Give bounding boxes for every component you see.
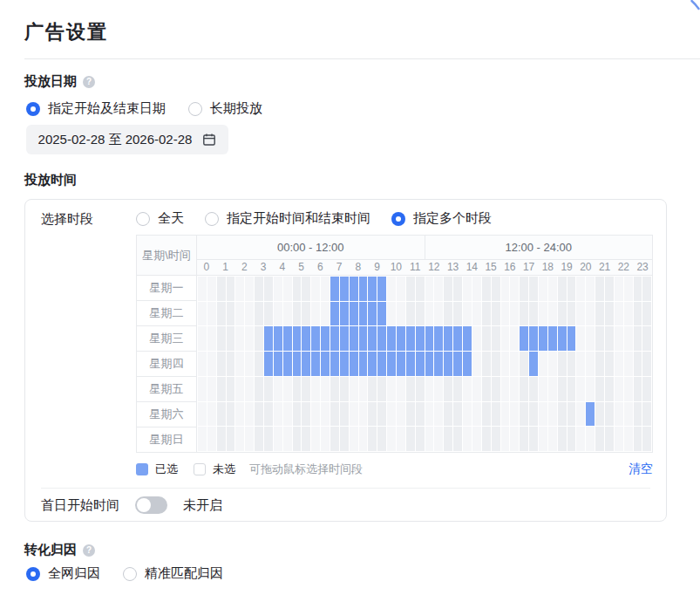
time-slot-selected[interactable] — [558, 326, 567, 351]
time-slot[interactable] — [255, 427, 263, 451]
time-slot[interactable] — [501, 302, 510, 326]
time-slot[interactable] — [245, 377, 254, 401]
time-slot[interactable] — [510, 326, 519, 351]
time-slot[interactable] — [198, 352, 207, 376]
time-slot[interactable] — [359, 402, 368, 427]
time-slot[interactable] — [548, 377, 557, 401]
time-slot[interactable] — [207, 427, 216, 451]
time-slot[interactable] — [245, 402, 254, 427]
time-slot-selected[interactable] — [377, 302, 386, 326]
time-slot[interactable] — [492, 402, 500, 427]
time-slot[interactable] — [235, 377, 244, 401]
time-slot[interactable] — [311, 302, 320, 326]
radio-option[interactable]: 全天 — [136, 210, 184, 227]
time-slot[interactable] — [463, 277, 472, 301]
time-slot[interactable] — [227, 352, 235, 376]
time-slot[interactable] — [302, 277, 310, 301]
time-slot[interactable] — [283, 302, 292, 326]
radio-unselected-icon[interactable] — [188, 102, 202, 116]
time-slot[interactable] — [642, 402, 651, 427]
time-slot[interactable] — [492, 326, 500, 351]
time-slot-selected[interactable] — [330, 277, 339, 301]
time-slot-selected[interactable] — [350, 352, 358, 376]
time-slot[interactable] — [510, 277, 519, 301]
time-slot[interactable] — [406, 427, 415, 451]
time-slot-selected[interactable] — [425, 326, 434, 351]
time-slot[interactable] — [217, 427, 226, 451]
time-slot[interactable] — [520, 377, 528, 401]
time-slot[interactable] — [397, 277, 405, 301]
time-slot[interactable] — [576, 277, 585, 301]
time-slot[interactable] — [283, 277, 292, 301]
time-slot[interactable] — [444, 277, 452, 301]
time-slot[interactable] — [558, 377, 567, 401]
time-slot[interactable] — [529, 427, 538, 451]
time-slot-selected[interactable] — [368, 352, 377, 376]
time-slot-selected[interactable] — [453, 326, 462, 351]
time-slot[interactable] — [330, 402, 339, 427]
time-slot[interactable] — [227, 326, 235, 351]
time-slot[interactable] — [255, 326, 263, 351]
time-slot[interactable] — [539, 427, 547, 451]
time-slot-selected[interactable] — [274, 326, 282, 351]
time-slot[interactable] — [387, 277, 396, 301]
radio-selected-icon[interactable] — [26, 102, 40, 116]
time-slot[interactable] — [472, 302, 481, 326]
time-slot[interactable] — [350, 377, 358, 401]
time-slot[interactable] — [416, 377, 425, 401]
time-slot[interactable] — [264, 427, 273, 451]
time-slot[interactable] — [245, 326, 254, 351]
radio-selected-icon[interactable] — [391, 212, 405, 226]
time-slot[interactable] — [482, 326, 491, 351]
time-slot[interactable] — [350, 427, 358, 451]
time-slot[interactable] — [605, 377, 614, 401]
radio-option[interactable]: 指定开始及结束日期 — [26, 100, 166, 117]
time-slot[interactable] — [311, 377, 320, 401]
time-slot[interactable] — [425, 277, 434, 301]
time-slot[interactable] — [567, 352, 576, 376]
time-slot[interactable] — [321, 377, 330, 401]
time-slot-selected[interactable] — [368, 326, 377, 351]
time-slot[interactable] — [207, 352, 216, 376]
time-slot[interactable] — [274, 427, 282, 451]
time-slot[interactable] — [274, 302, 282, 326]
time-slot[interactable] — [227, 277, 235, 301]
time-slot[interactable] — [558, 402, 567, 427]
time-slot-selected[interactable] — [529, 326, 538, 351]
time-slot-selected[interactable] — [359, 326, 368, 351]
time-slot[interactable] — [274, 402, 282, 427]
time-slot[interactable] — [255, 402, 263, 427]
time-slot[interactable] — [595, 402, 604, 427]
time-slot[interactable] — [321, 302, 330, 326]
time-slot[interactable] — [217, 377, 226, 401]
time-slot[interactable] — [539, 377, 547, 401]
radio-option[interactable]: 精准匹配归因 — [123, 565, 223, 582]
time-slot[interactable] — [293, 427, 302, 451]
time-slot[interactable] — [501, 377, 510, 401]
time-slot[interactable] — [434, 427, 443, 451]
time-slot[interactable] — [576, 326, 585, 351]
time-slot[interactable] — [548, 302, 557, 326]
time-slot[interactable] — [529, 302, 538, 326]
time-slot[interactable] — [634, 302, 642, 326]
time-slot-selected[interactable] — [463, 326, 472, 351]
time-slot-selected[interactable] — [293, 326, 302, 351]
time-slot[interactable] — [416, 302, 425, 326]
time-slot[interactable] — [359, 427, 368, 451]
time-slot[interactable] — [615, 277, 623, 301]
time-slot-selected[interactable] — [359, 352, 368, 376]
time-slot[interactable] — [539, 402, 547, 427]
time-slot-selected[interactable] — [539, 326, 547, 351]
time-slot[interactable] — [567, 427, 576, 451]
time-slot[interactable] — [595, 326, 604, 351]
radio-option[interactable]: 长期投放 — [188, 100, 262, 117]
time-slot-selected[interactable] — [406, 326, 415, 351]
time-slot-selected[interactable] — [586, 402, 595, 427]
time-slot[interactable] — [368, 402, 377, 427]
time-slot[interactable] — [425, 427, 434, 451]
time-slot-selected[interactable] — [387, 352, 396, 376]
time-slot[interactable] — [634, 402, 642, 427]
time-slot[interactable] — [368, 377, 377, 401]
time-slot[interactable] — [472, 427, 481, 451]
time-slot-selected[interactable] — [377, 352, 386, 376]
